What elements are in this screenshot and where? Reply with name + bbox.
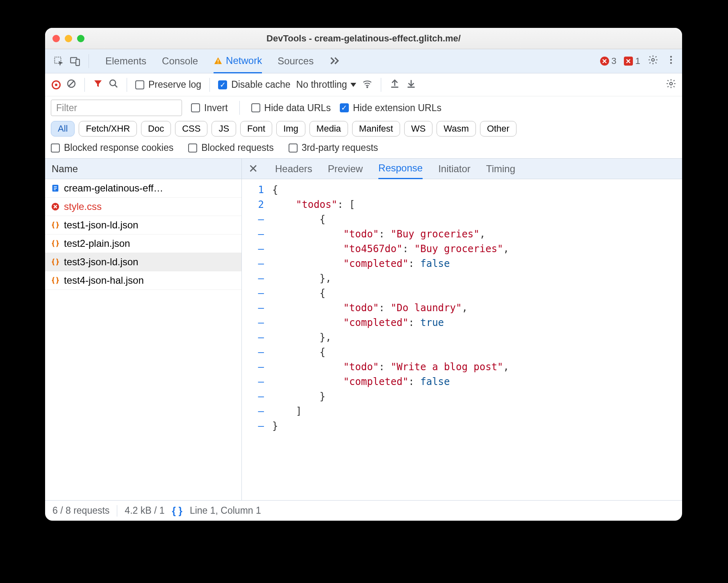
hide-extension-urls-checkbox[interactable]: ✓Hide extension URLs xyxy=(340,102,441,114)
filter-placeholder: Filter xyxy=(56,102,77,114)
pretty-print-icon[interactable]: { } xyxy=(172,505,182,517)
issue-count: 1 xyxy=(635,56,640,66)
third-party-label: 3rd-party requests xyxy=(302,142,378,153)
svg-line-10 xyxy=(68,81,74,87)
request-row[interactable]: test4-json-hal.json xyxy=(45,271,241,290)
request-label: test2-plain.json xyxy=(64,238,130,249)
request-row-selected[interactable]: test3-json-ld.json xyxy=(45,253,241,271)
column-header-name[interactable]: Name xyxy=(45,159,241,179)
tab-preview[interactable]: Preview xyxy=(328,159,363,179)
tab-headers[interactable]: Headers xyxy=(275,159,312,179)
chip-js[interactable]: JS xyxy=(212,121,236,137)
more-tabs-icon[interactable] xyxy=(329,55,340,68)
panel-tabstrip: Elements Console Network Sources ✕ 3 ✕ 1 xyxy=(45,49,682,73)
tab-network[interactable]: Network xyxy=(214,49,262,73)
close-window-button[interactable] xyxy=(52,35,60,42)
svg-point-7 xyxy=(670,59,672,61)
separator xyxy=(209,78,210,92)
svg-line-12 xyxy=(115,85,117,87)
close-detail-button[interactable]: ✕ xyxy=(248,162,258,175)
request-list-panel: Name cream-gelatinous-eff… style.css tes… xyxy=(45,159,242,500)
minimize-window-button[interactable] xyxy=(65,35,72,42)
zoom-window-button[interactable] xyxy=(77,35,84,42)
invert-checkbox[interactable]: Invert xyxy=(191,102,228,114)
clear-button[interactable] xyxy=(66,79,76,91)
chip-all[interactable]: All xyxy=(51,121,75,137)
chip-wasm[interactable]: Wasm xyxy=(437,121,476,137)
svg-point-11 xyxy=(110,80,116,86)
request-label: test1-json-ld.json xyxy=(64,219,138,231)
kebab-menu-icon[interactable] xyxy=(666,55,676,68)
separator xyxy=(117,505,117,517)
json-icon xyxy=(51,276,60,285)
search-icon[interactable] xyxy=(109,79,118,91)
inspect-icon[interactable] xyxy=(53,56,64,66)
tab-network-label: Network xyxy=(226,55,262,66)
tab-sources[interactable]: Sources xyxy=(278,49,314,73)
export-har-icon[interactable] xyxy=(406,78,416,91)
network-main: Name cream-gelatinous-eff… style.css tes… xyxy=(45,159,682,500)
separator xyxy=(89,54,89,68)
preserve-log-label: Preserve log xyxy=(148,79,201,90)
svg-rect-3 xyxy=(218,59,218,62)
blocked-requests-label: Blocked requests xyxy=(201,142,273,153)
devtools-window: DevTools - cream-gelatinous-effect.glitc… xyxy=(45,28,682,521)
separator xyxy=(381,78,381,92)
disable-cache-checkbox[interactable]: ✓Disable cache xyxy=(218,79,290,90)
network-toolbar: Preserve log ✓Disable cache No throttlin… xyxy=(45,73,682,96)
chip-media[interactable]: Media xyxy=(309,121,348,137)
errors-badge[interactable]: ✕ 3 xyxy=(600,56,617,66)
chip-img[interactable]: Img xyxy=(276,121,305,137)
tab-timing[interactable]: Timing xyxy=(486,159,515,179)
request-row[interactable]: style.css xyxy=(45,198,241,216)
type-filter-chips: All Fetch/XHR Doc CSS JS Font Img Media … xyxy=(45,118,682,141)
separator xyxy=(239,101,240,115)
chip-css[interactable]: CSS xyxy=(175,121,207,137)
settings-icon[interactable] xyxy=(648,55,658,68)
network-conditions-icon[interactable] xyxy=(362,78,373,91)
chip-ws[interactable]: WS xyxy=(404,121,432,137)
chip-other[interactable]: Other xyxy=(480,121,516,137)
chip-font[interactable]: Font xyxy=(240,121,272,137)
blocked-cookies-checkbox[interactable]: Blocked response cookies xyxy=(51,142,173,153)
preserve-log-checkbox[interactable]: Preserve log xyxy=(135,79,201,90)
json-icon xyxy=(51,239,60,248)
request-label: test4-json-hal.json xyxy=(64,275,144,286)
throttling-label: No throttling xyxy=(296,79,347,90)
chip-doc[interactable]: Doc xyxy=(141,121,171,137)
filter-bar: Filter Invert Hide data URLs ✓Hide exten… xyxy=(45,96,682,118)
additional-filters: Blocked response cookies Blocked request… xyxy=(45,141,682,159)
filter-toggle-icon[interactable] xyxy=(93,79,103,91)
request-row[interactable]: test2-plain.json xyxy=(45,235,241,253)
filter-input[interactable]: Filter xyxy=(51,100,182,116)
record-button[interactable] xyxy=(52,80,61,89)
device-toggle-icon[interactable] xyxy=(70,56,80,66)
tab-response[interactable]: Response xyxy=(378,159,423,179)
window-title: DevTools - cream-gelatinous-effect.glitc… xyxy=(45,33,682,44)
svg-point-5 xyxy=(652,59,655,61)
tab-console[interactable]: Console xyxy=(162,49,198,73)
throttling-select[interactable]: No throttling xyxy=(296,79,356,90)
separator xyxy=(84,78,85,92)
request-row[interactable]: test1-json-ld.json xyxy=(45,216,241,235)
tab-elements[interactable]: Elements xyxy=(105,49,146,73)
disable-cache-label: Disable cache xyxy=(231,79,290,90)
chip-fetch-xhr[interactable]: Fetch/XHR xyxy=(79,121,137,137)
error-icon xyxy=(51,202,60,211)
hide-ext-label: Hide extension URLs xyxy=(353,102,441,114)
import-har-icon[interactable] xyxy=(389,78,400,91)
third-party-checkbox[interactable]: 3rd-party requests xyxy=(289,142,378,153)
blocked-requests-checkbox[interactable]: Blocked requests xyxy=(188,142,273,153)
request-label: cream-gelatinous-eff… xyxy=(64,182,163,194)
svg-rect-2 xyxy=(76,59,80,66)
tab-initiator[interactable]: Initiator xyxy=(438,159,471,179)
titlebar: DevTools - cream-gelatinous-effect.glitc… xyxy=(45,28,682,49)
request-detail-panel: ✕ Headers Preview Response Initiator Tim… xyxy=(242,159,682,500)
footer-requests: 6 / 8 requests xyxy=(52,505,109,516)
chip-manifest[interactable]: Manifest xyxy=(352,121,400,137)
hide-data-urls-checkbox[interactable]: Hide data URLs xyxy=(251,102,331,114)
network-settings-icon[interactable] xyxy=(666,78,676,91)
request-row[interactable]: cream-gelatinous-eff… xyxy=(45,179,241,198)
response-body[interactable]: 12––––––––––––––– { "todos": [ { "todo":… xyxy=(242,179,682,500)
issues-badge[interactable]: ✕ 1 xyxy=(624,56,640,66)
